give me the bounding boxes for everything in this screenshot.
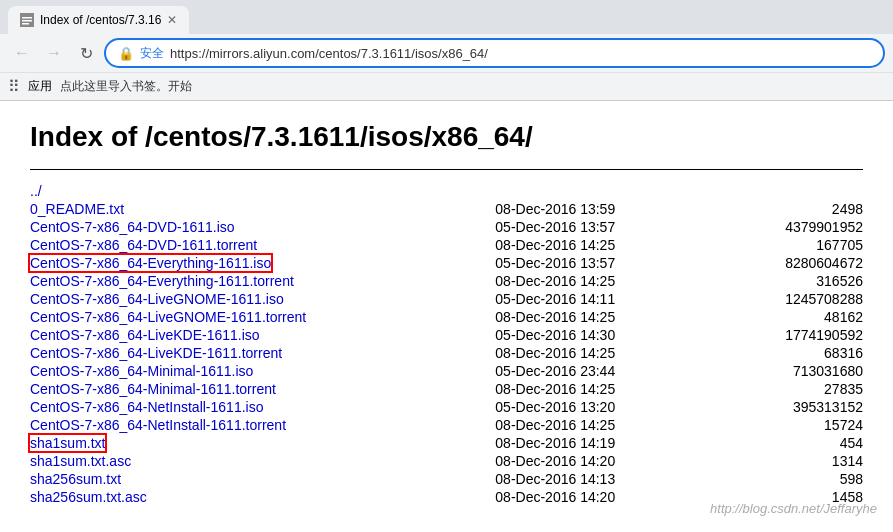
file-size: 2498 [716,200,863,218]
forward-button[interactable]: → [40,39,68,67]
table-row: sha1sum.txt08-Dec-2016 14:19454 [30,434,863,452]
table-row: sha1sum.txt.asc08-Dec-2016 14:201314 [30,452,863,470]
address-bar[interactable] [170,46,871,61]
file-link[interactable]: CentOS-7-x86_64-Minimal-1611.iso [30,363,253,379]
file-size: 1314 [716,452,863,470]
file-size: 1774190592 [716,326,863,344]
file-link[interactable]: sha1sum.txt.asc [30,453,131,469]
file-link[interactable]: 0_README.txt [30,201,124,217]
file-size: 4379901952 [716,218,863,236]
file-link[interactable]: CentOS-7-x86_64-DVD-1611.torrent [30,237,257,253]
file-date: 08-Dec-2016 14:25 [495,308,716,326]
file-size: 15724 [716,416,863,434]
nav-bar: ← → ↻ 🔒 安全 [0,34,893,72]
table-row: CentOS-7-x86_64-Minimal-1611.torrent08-D… [30,380,863,398]
file-link[interactable]: CentOS-7-x86_64-LiveKDE-1611.iso [30,327,260,343]
file-date: 08-Dec-2016 14:25 [495,416,716,434]
divider [30,169,863,170]
file-date: 08-Dec-2016 14:20 [495,452,716,470]
file-size: 68316 [716,344,863,362]
table-row: CentOS-7-x86_64-LiveKDE-1611.torrent08-D… [30,344,863,362]
file-date: 05-Dec-2016 14:11 [495,290,716,308]
file-size: 598 [716,470,863,488]
table-row: CentOS-7-x86_64-LiveGNOME-1611.torrent08… [30,308,863,326]
back-button[interactable]: ← [8,39,36,67]
tab-bar: Index of /centos/7.3.16 ✕ [0,0,893,34]
file-size: 713031680 [716,362,863,380]
file-date: 08-Dec-2016 14:25 [495,344,716,362]
security-label: 安全 [140,45,164,62]
file-link[interactable]: CentOS-7-x86_64-LiveKDE-1611.torrent [30,345,282,361]
tab-favicon [20,13,34,27]
bookmarks-apps-label: 应用 [28,78,52,95]
file-link[interactable]: CentOS-7-x86_64-Everything-1611.iso [30,255,271,271]
browser-chrome: Index of /centos/7.3.16 ✕ ← → ↻ 🔒 安全 ⠿ 应… [0,0,893,101]
svg-rect-2 [22,20,32,22]
address-bar-wrapper: 🔒 安全 [104,38,885,68]
bookmarks-bar: ⠿ 应用 点此这里导入书签。开始 [0,72,893,100]
file-date: 05-Dec-2016 13:57 [495,218,716,236]
file-link[interactable]: CentOS-7-x86_64-LiveGNOME-1611.torrent [30,309,306,325]
file-size: 316526 [716,272,863,290]
file-date: 08-Dec-2016 14:13 [495,470,716,488]
file-size: 27835 [716,380,863,398]
table-row: CentOS-7-x86_64-Everything-1611.torrent0… [30,272,863,290]
table-row: CentOS-7-x86_64-LiveKDE-1611.iso05-Dec-2… [30,326,863,344]
page-title: Index of /centos/7.3.1611/isos/x86_64/ [30,121,863,153]
file-date: 05-Dec-2016 23:44 [495,362,716,380]
table-row: CentOS-7-x86_64-NetInstall-1611.torrent0… [30,416,863,434]
tab-title: Index of /centos/7.3.16 [40,13,161,27]
file-link[interactable]: CentOS-7-x86_64-NetInstall-1611.iso [30,399,263,415]
table-row: CentOS-7-x86_64-Everything-1611.iso05-De… [30,254,863,272]
file-size: 395313152 [716,398,863,416]
file-date: 05-Dec-2016 13:20 [495,398,716,416]
file-size: 1245708288 [716,290,863,308]
file-date: 08-Dec-2016 14:19 [495,434,716,452]
lock-icon: 🔒 [118,46,134,61]
table-row: ../ [30,182,863,200]
table-row: CentOS-7-x86_64-Minimal-1611.iso05-Dec-2… [30,362,863,380]
refresh-button[interactable]: ↻ [72,39,100,67]
tab-close-button[interactable]: ✕ [167,13,177,27]
file-date: 08-Dec-2016 14:25 [495,236,716,254]
table-row: CentOS-7-x86_64-DVD-1611.torrent08-Dec-2… [30,236,863,254]
file-date: 08-Dec-2016 14:25 [495,272,716,290]
table-row: CentOS-7-x86_64-LiveGNOME-1611.iso05-Dec… [30,290,863,308]
file-table: ../ 0_README.txt08-Dec-2016 13:592498Cen… [30,182,863,506]
file-link[interactable]: sha256sum.txt.asc [30,489,147,505]
file-link[interactable]: sha256sum.txt [30,471,121,487]
file-date: 08-Dec-2016 14:20 [495,488,716,506]
apps-icon: ⠿ [8,77,20,96]
file-date: 05-Dec-2016 13:57 [495,254,716,272]
file-link[interactable]: CentOS-7-x86_64-DVD-1611.iso [30,219,235,235]
file-size: 454 [716,434,863,452]
file-link[interactable]: CentOS-7-x86_64-LiveGNOME-1611.iso [30,291,284,307]
table-row: 0_README.txt08-Dec-2016 13:592498 [30,200,863,218]
file-size: 48162 [716,308,863,326]
bookmark-link[interactable]: 点此这里导入书签。开始 [60,78,192,95]
active-tab[interactable]: Index of /centos/7.3.16 ✕ [8,6,189,34]
file-link[interactable]: CentOS-7-x86_64-NetInstall-1611.torrent [30,417,286,433]
table-row: CentOS-7-x86_64-DVD-1611.iso05-Dec-2016 … [30,218,863,236]
parent-link[interactable]: ../ [30,183,42,199]
file-size: 8280604672 [716,254,863,272]
file-date: 08-Dec-2016 14:25 [495,380,716,398]
file-date: 05-Dec-2016 14:30 [495,326,716,344]
svg-rect-1 [22,17,32,19]
file-link[interactable]: CentOS-7-x86_64-Minimal-1611.torrent [30,381,276,397]
watermark: http://blog.csdn.net/Jeffaryhe [710,501,877,516]
file-link[interactable]: sha1sum.txt [30,435,105,451]
file-link[interactable]: CentOS-7-x86_64-Everything-1611.torrent [30,273,294,289]
file-date: 08-Dec-2016 13:59 [495,200,716,218]
page-content: Index of /centos/7.3.1611/isos/x86_64/ .… [0,101,893,526]
svg-rect-3 [22,23,29,25]
table-row: CentOS-7-x86_64-NetInstall-1611.iso05-De… [30,398,863,416]
file-size: 167705 [716,236,863,254]
table-row: sha256sum.txt08-Dec-2016 14:13598 [30,470,863,488]
